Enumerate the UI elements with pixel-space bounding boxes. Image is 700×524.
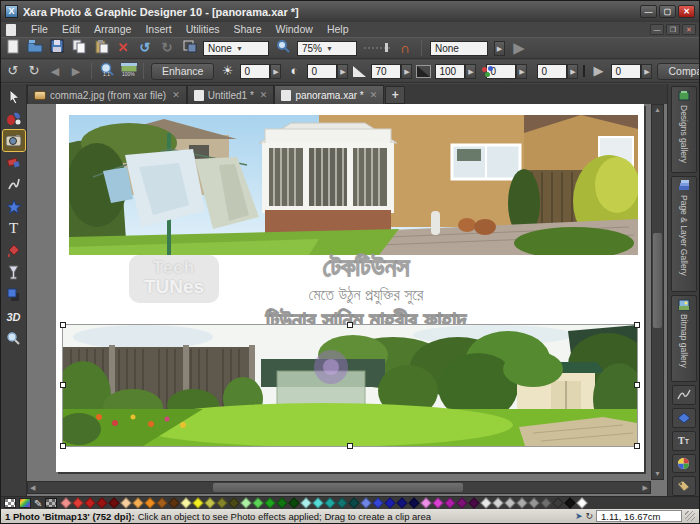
color-swatch[interactable] [193,497,204,508]
undo-icon[interactable]: ↺ [137,40,153,56]
clip-viewport-icon[interactable] [181,39,197,57]
feather-slider[interactable] [363,40,391,56]
selection-handle[interactable] [60,443,66,449]
snap-magnet-icon[interactable]: ∩ [397,40,413,56]
color-swatch[interactable] [109,497,120,508]
menu-share[interactable]: Share [226,23,268,35]
menu-arrange[interactable]: Arrange [87,23,138,35]
selection-handle[interactable] [60,382,66,388]
maximize-button[interactable]: ▢ [659,5,676,18]
color-swatch[interactable] [517,497,528,508]
color-swatch[interactable] [577,497,588,508]
fill-gallery-tab[interactable] [672,408,696,428]
color-swatch[interactable] [553,497,564,508]
color-swatch[interactable] [349,497,360,508]
tab-close-icon[interactable]: ✕ [370,90,378,100]
menu-edit[interactable]: Edit [55,23,87,35]
color-gallery-tab[interactable] [672,454,696,474]
color-swatch[interactable] [97,497,108,508]
vertical-scroll-thumb[interactable] [653,233,662,328]
color-swatch[interactable] [205,497,216,508]
stroke-width-dropdown[interactable]: None▼ [203,41,269,56]
zoom-tool[interactable] [3,328,25,349]
bitmap-gallery-tab[interactable]: Bitmap gallery [671,295,697,382]
document-tab-2[interactable]: Untitled1 *✕ [187,85,275,104]
color-swatch[interactable] [469,497,480,508]
color-swatch[interactable] [445,497,456,508]
color-swatch[interactable] [121,497,132,508]
zoom-dropdown[interactable]: 75%▼ [297,41,357,56]
new-document-icon[interactable] [5,39,21,58]
paste-icon[interactable] [93,39,109,58]
color-swatch[interactable] [493,497,504,508]
color-swatch[interactable] [565,497,576,508]
designs-gallery-tab[interactable]: Designs gallery [671,86,697,173]
fill-tool[interactable] [3,240,25,261]
selector-tool[interactable] [3,86,25,107]
zoom-100-icon[interactable]: 100% [120,62,136,81]
color-swatch[interactable] [505,497,516,508]
tab-close-icon[interactable]: ✕ [172,90,180,100]
selection-handle[interactable] [634,322,640,328]
color-swatch[interactable] [145,497,156,508]
color-balance-spin-button[interactable]: ▶ [516,64,527,79]
canvas-area[interactable]: Tech TUNes টেকটিউনস মেতে উঠুন প্রযুক্তির… [27,104,667,496]
extrude-3d-tool[interactable]: 3D [3,306,25,327]
feather-dropdown[interactable]: None [430,41,488,56]
color-swatch[interactable] [277,497,288,508]
selection-handle[interactable] [347,322,353,328]
close-button[interactable]: ✕ [678,5,695,18]
scroll-left-icon[interactable]: ◀ [30,482,35,493]
enhance-button[interactable]: Enhance [151,63,214,80]
save-icon[interactable] [49,39,65,57]
gradient-icon[interactable] [583,65,585,77]
shadows-input[interactable] [371,64,401,79]
doc-restore-button[interactable]: ❐ [666,24,680,35]
next-photo-icon[interactable]: ▶ [68,63,84,79]
color-swatch[interactable] [325,497,336,508]
color-swatch[interactable] [409,497,420,508]
color-editor-icon[interactable] [19,498,31,508]
selection-handle[interactable] [347,443,353,449]
page-layer-gallery-tab[interactable]: Page & Layer Gallery [671,176,697,292]
shape-painter-tool[interactable] [3,108,25,129]
color-swatch[interactable] [481,497,492,508]
scroll-up-icon[interactable]: ▲ [652,105,663,115]
vertical-scrollbar[interactable]: ▲ ▼ [651,104,664,480]
resize-grip[interactable] [685,511,695,521]
text-tool[interactable]: T [3,218,25,239]
brightness-input[interactable] [240,64,270,79]
color-swatch[interactable] [73,497,84,508]
selection-handle[interactable] [60,322,66,328]
red-eye-input[interactable] [537,64,567,79]
line-gallery-tab[interactable] [672,385,696,405]
copy-icon[interactable] [71,39,87,58]
horizontal-scroll-thumb[interactable] [213,483,463,492]
color-swatch[interactable] [373,497,384,508]
color-swatch[interactable] [133,497,144,508]
highlights-input[interactable] [435,64,465,79]
name-gallery-tab[interactable] [672,476,696,496]
playback-spin-button[interactable]: ▶ [641,64,652,79]
color-swatch[interactable] [61,497,72,508]
color-swatch[interactable] [313,497,324,508]
transparency-tool[interactable] [3,262,25,283]
color-swatch[interactable] [157,497,168,508]
quickshape-tool[interactable] [3,196,25,217]
menu-utilities[interactable]: Utilities [179,23,227,35]
color-swatch[interactable] [241,497,252,508]
menu-help[interactable]: Help [320,23,356,35]
color-swatch[interactable] [229,497,240,508]
delete-icon[interactable]: ✕ [115,40,131,56]
shadow-tool[interactable] [3,284,25,305]
selection-handle[interactable] [634,382,640,388]
color-swatch[interactable] [265,497,276,508]
contrast-spin-button[interactable]: ▶ [337,64,348,79]
document-tab-3[interactable]: panorama.xar *✕ [274,85,384,104]
previous-photo-icon[interactable]: ◀ [47,63,63,79]
redo-icon[interactable]: ↻ [159,40,175,56]
bottom-panorama-photo[interactable] [63,325,637,446]
open-icon[interactable] [27,39,43,57]
scroll-down-icon[interactable]: ▼ [652,469,663,479]
color-swatch[interactable] [289,497,300,508]
